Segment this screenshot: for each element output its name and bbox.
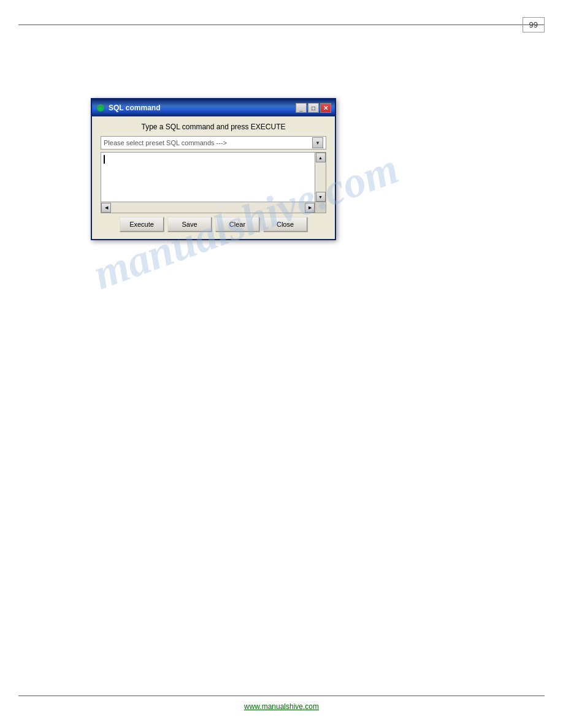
scroll-left-button[interactable]: ◀ xyxy=(101,203,111,213)
button-row: Execute Save Clear Close xyxy=(101,217,326,232)
page-number: 99 xyxy=(523,17,545,32)
title-bar-left: SQL command xyxy=(96,103,160,113)
dialog-icon xyxy=(96,103,105,113)
sql-command-dialog: SQL command _ □ ✕ Type a SQL command and… xyxy=(91,98,336,240)
dropdown-placeholder: Please select preset SQL commands ---> xyxy=(104,139,227,146)
save-button[interactable]: Save xyxy=(167,217,212,232)
scroll-down-button[interactable]: ▼ xyxy=(316,192,326,202)
dialog-wrapper: SQL command _ □ ✕ Type a SQL command and… xyxy=(91,98,336,240)
scrollbar-corner xyxy=(315,202,326,213)
vertical-scrollbar[interactable]: ▲ ▼ xyxy=(315,153,326,202)
bottom-divider xyxy=(18,696,545,696)
top-divider xyxy=(18,25,545,25)
preset-sql-dropdown[interactable]: Please select preset SQL commands ---> ▼ xyxy=(101,136,326,150)
bottom-link[interactable]: www.manualshive.com xyxy=(244,702,319,711)
text-cursor xyxy=(104,155,105,164)
scroll-right-button[interactable]: ▶ xyxy=(305,203,315,213)
scroll-up-button[interactable]: ▲ xyxy=(316,153,326,162)
sql-textarea-wrapper[interactable]: ▲ ▼ ◀ ▶ xyxy=(101,152,326,213)
dialog-title: SQL command xyxy=(109,104,160,112)
maximize-button[interactable]: □ xyxy=(308,103,319,113)
sql-textarea[interactable] xyxy=(101,153,315,202)
horizontal-scrollbar[interactable]: ◀ ▶ xyxy=(101,202,315,213)
dropdown-arrow-icon: ▼ xyxy=(312,137,323,148)
close-titlebar-button[interactable]: ✕ xyxy=(320,103,331,113)
minimize-button[interactable]: _ xyxy=(296,103,307,113)
title-bar-buttons: _ □ ✕ xyxy=(296,103,331,113)
execute-button[interactable]: Execute xyxy=(120,217,164,232)
dialog-body: Type a SQL command and press EXECUTE Ple… xyxy=(92,116,335,239)
close-button[interactable]: Close xyxy=(263,217,307,232)
title-bar: SQL command _ □ ✕ xyxy=(92,99,335,116)
clear-button[interactable]: Clear xyxy=(215,217,259,232)
dialog-instruction: Type a SQL command and press EXECUTE xyxy=(101,123,326,131)
